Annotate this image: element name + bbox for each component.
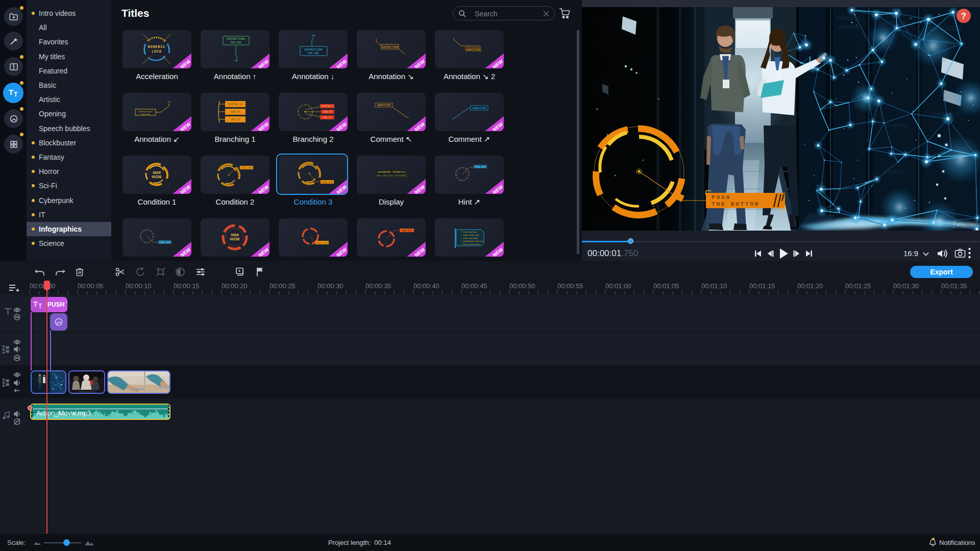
svg-text:ANNOTATION: ANNOTATION [377,104,390,107]
svg-text:FOR USE: FOR USE [308,52,318,55]
svg-text:* TURN.KNOB.NOW: * TURN.KNOB.NOW [460,234,479,236]
svg-text:GUIDE: GUIDE [230,238,240,241]
svg-text:HOW.TO: HOW.TO [231,111,240,114]
svg-text:T: T [38,303,42,310]
svg-text:NEW.ARCHIVE.FEATURES: NEW.ARCHIVE.FEATURES [377,174,406,177]
svg-text:HOW.TO: HOW.TO [324,111,332,113]
svg-text:USER: USER [153,171,161,175]
svg-text:NUMERIC: NUMERIC [148,45,165,49]
svg-text:THE BUTTON: THE BUTTON [712,201,760,207]
svg-text:* PUSH.BUTTON: * PUSH.BUTTON [460,231,477,233]
svg-text:T: T [33,299,38,308]
svg-text:T: T [9,88,13,96]
svg-text:FOR USE: FOR USE [141,113,150,115]
svg-text:* STOP.WAITING: * STOP.WAITING [460,237,478,239]
svg-text:ANNOTATION: ANNOTATION [472,107,486,110]
svg-text:PUSH.BTN: PUSH.BTN [241,167,252,169]
svg-text:USE.IT: USE.IT [231,118,240,121]
svg-text:INSTRUCTIONS: INSTRUCTIONS [138,111,153,113]
svg-text:PUSH.BTN: PUSH.BTN [475,166,486,168]
svg-text:PUSH: PUSH [712,194,731,201]
svg-text:T: T [14,91,18,98]
svg-text:?: ? [961,12,966,20]
svg-text:PUSH.BTN: PUSH.BTN [159,241,170,244]
svg-text:USER: USER [231,234,239,237]
svg-text:PUSH.BTN: PUSH.BTN [401,230,412,232]
svg-text:LOCK: LOCK [152,50,162,54]
svg-text:CHAPTER.01: CHAPTER.01 [228,103,243,106]
svg-text:GUIDE: GUIDE [152,176,162,179]
svg-text:ANNOTATION: ANNOTATION [466,48,480,51]
svg-text:INSTRUCTIONS: INSTRUCTIONS [382,46,399,48]
svg-text:DASHBOARD.INTERFACE: DASHBOARD.INTERFACE [378,171,406,173]
svg-text:PUSH.BTN: PUSH.BTN [316,242,328,244]
svg-text:* PROGRAMME.DEVICE: * PROGRAMME.DEVICE [460,240,483,242]
svg-text:* PUSH.EXECUTION: * PUSH.EXECUTION [460,243,480,245]
svg-text:INSTRUCTIONS: INSTRUCTIONS [304,48,323,52]
svg-text:CHAPTER.1: CHAPTER.1 [321,105,334,108]
svg-text:FOR USE: FOR USE [230,41,241,44]
svg-text:INSTRUCTIONS: INSTRUCTIONS [227,38,245,41]
